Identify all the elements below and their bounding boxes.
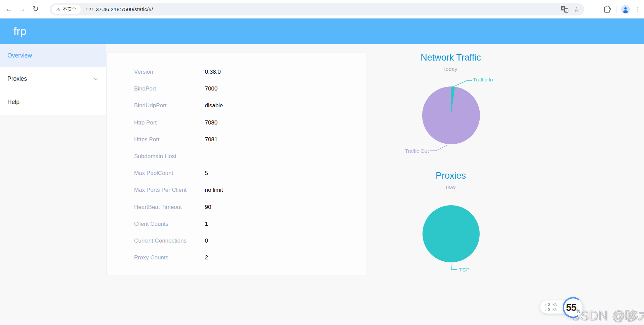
profile-avatar[interactable] xyxy=(621,5,630,14)
extensions-icon[interactable] xyxy=(603,5,611,13)
server-info-rows: Version 0.38.0 BindPort 7000 BindUdpPort… xyxy=(134,64,223,266)
sidebar-item-help[interactable]: Help xyxy=(0,91,106,114)
url-text[interactable]: 121.37.46.218:7500/static/#/ xyxy=(85,6,153,12)
info-row-value: 0.38.0 xyxy=(205,69,220,75)
info-row-label: HeartBeat Timeout xyxy=(134,199,203,216)
download-speed-value: 0 xyxy=(548,308,550,312)
upload-arrow-icon: ↑ xyxy=(545,302,547,306)
app-header: frp xyxy=(0,19,644,44)
sidebar-item-proxies[interactable]: Proxies xyxy=(0,67,106,91)
toolbar-separator xyxy=(616,6,616,13)
info-row-value: 7000 xyxy=(205,85,217,92)
upload-speed-value: 0 xyxy=(548,302,550,306)
download-arrow-icon: ↓ xyxy=(545,308,547,312)
info-row: Proxy Counts 2 xyxy=(134,249,223,266)
security-chip[interactable]: ⚠ 不安全 xyxy=(52,5,81,14)
info-row: Max Ports Per Client no limit xyxy=(134,182,223,198)
info-row-label: Http Port xyxy=(134,114,203,131)
address-bar[interactable]: ⚠ 不安全 121.37.46.218:7500/static/#/ G 文 ☆ xyxy=(50,3,584,15)
info-row-label: Proxy Counts xyxy=(134,249,203,266)
traffic-in-label: Traffic In xyxy=(473,77,493,83)
info-row-value: 90 xyxy=(205,204,211,210)
chevron-down-icon xyxy=(93,77,98,81)
tcp-label: TCP xyxy=(459,267,470,273)
info-row-value: 2 xyxy=(205,254,208,261)
info-row-label: Max PoolCount xyxy=(134,165,203,182)
info-row-label: Version xyxy=(134,64,203,80)
traffic-out-label: Traffic Out xyxy=(389,148,429,154)
info-row: Client Counts 1 xyxy=(134,216,223,232)
network-traffic-subtitle: today xyxy=(384,66,518,72)
info-row-label: Client Counts xyxy=(134,216,203,232)
reload-icon[interactable]: ↻ xyxy=(29,2,42,16)
network-traffic-pie[interactable] xyxy=(422,86,480,144)
sidebar-item-label: Overview xyxy=(7,52,32,59)
info-row: Max PoolCount 5 xyxy=(134,165,223,182)
back-icon[interactable]: ← xyxy=(2,2,15,16)
download-speed-unit: K/s xyxy=(553,308,557,312)
menu-dots-icon[interactable]: ⋮ xyxy=(635,5,641,13)
forward-icon[interactable]: → xyxy=(15,2,29,16)
sidebar-item-label: Proxies xyxy=(7,75,27,82)
app-title: frp xyxy=(13,25,27,38)
warning-icon: ⚠ xyxy=(56,7,61,12)
bookmark-star-icon[interactable]: ☆ xyxy=(574,6,579,13)
sidebar-item-label: Help xyxy=(7,99,19,106)
upload-speed-unit: K/s xyxy=(553,303,557,306)
info-row: Https Port 7081 xyxy=(134,131,223,148)
info-row: Http Port 7080 xyxy=(134,114,223,131)
browser-toolbar: ← → ↻ ⚠ 不安全 121.37.46.218:7500/static/#/… xyxy=(0,0,644,19)
translate-icon[interactable]: G 文 xyxy=(561,6,568,13)
info-row-label: Max Ports Per Client xyxy=(134,182,203,198)
info-row-label: BindPort xyxy=(134,80,203,97)
network-traffic-title: Network Traffic xyxy=(384,52,518,63)
proxies-title: Proxies xyxy=(384,171,518,181)
info-row: BindPort 7000 xyxy=(134,80,223,97)
info-row-value: 7081 xyxy=(205,136,217,143)
info-row-value: no limit xyxy=(205,187,223,193)
info-row-value: 0 xyxy=(205,238,208,244)
info-row: HeartBeat Timeout 90 xyxy=(134,199,223,216)
info-row: Current Connections 0 xyxy=(134,232,223,249)
server-info-card: Version 0.38.0 BindPort 7000 BindUdpPort… xyxy=(106,52,366,276)
info-row: BindUdpPort disable xyxy=(134,97,223,114)
proxies-pie[interactable] xyxy=(422,205,480,262)
info-row: Subdomain Host xyxy=(134,148,223,165)
sidebar-item-overview[interactable]: Overview xyxy=(0,44,106,67)
info-row-label: Current Connections xyxy=(134,232,203,249)
info-row: Version 0.38.0 xyxy=(134,64,223,80)
sidebar: Overview Proxies Help xyxy=(0,44,106,115)
info-row-label: BindUdpPort xyxy=(134,97,203,114)
translate-icon-wen: 文 xyxy=(564,8,568,13)
info-row-value: 5 xyxy=(205,170,208,176)
usage-gauge[interactable]: 55 % xyxy=(563,297,583,318)
proxies-subtitle: now xyxy=(384,184,518,190)
security-chip-label: 不安全 xyxy=(63,6,77,12)
info-row-value: disable xyxy=(205,102,223,109)
info-row-value: 1 xyxy=(205,221,208,227)
usage-gauge-value: 55 xyxy=(566,302,576,313)
usage-gauge-face: 55 % xyxy=(564,298,582,317)
info-row-label: Subdomain Host xyxy=(134,148,203,165)
info-row-label: Https Port xyxy=(134,131,203,148)
usage-gauge-percent-sign: % xyxy=(576,309,580,314)
toolbar-right-controls: ⋮ xyxy=(603,0,641,19)
info-row-value: 7080 xyxy=(205,119,217,126)
